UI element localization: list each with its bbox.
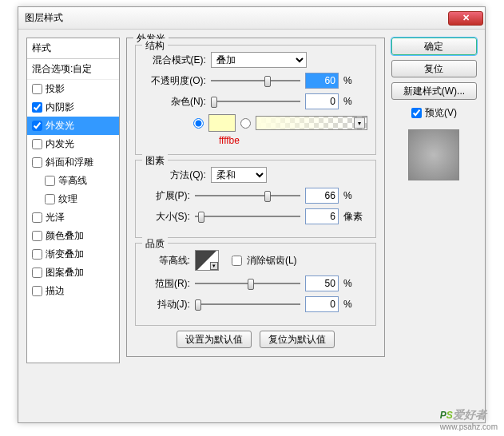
style-item-10[interactable]: 图案叠加 bbox=[27, 264, 119, 282]
opacity-unit: % bbox=[343, 75, 367, 86]
set-default-button[interactable]: 设置为默认值 bbox=[177, 331, 252, 348]
style-item-0[interactable]: 投影 bbox=[27, 80, 119, 98]
spread-slider[interactable] bbox=[195, 188, 300, 203]
chevron-down-icon[interactable]: ▾ bbox=[354, 117, 365, 129]
jitter-unit: % bbox=[343, 299, 367, 310]
color-swatch[interactable] bbox=[208, 114, 236, 132]
gradient-radio[interactable] bbox=[240, 118, 251, 129]
chevron-down-icon[interactable]: ▾ bbox=[210, 262, 218, 270]
preview-checkbox[interactable] bbox=[411, 108, 422, 118]
range-input[interactable] bbox=[305, 275, 339, 291]
layer-style-dialog: 图层样式 ✕ 样式 混合选项:自定 投影内阴影外发光内发光斜面和浮雕等高线纹理光… bbox=[18, 6, 486, 423]
size-slider[interactable] bbox=[195, 209, 300, 224]
quality-legend: 品质 bbox=[142, 237, 168, 251]
style-checkbox[interactable] bbox=[32, 102, 42, 113]
style-item-8[interactable]: 颜色叠加 bbox=[27, 227, 119, 245]
style-checkbox[interactable] bbox=[32, 139, 42, 149]
watermark: PS爱好者 www.psahz.com bbox=[440, 406, 498, 431]
range-unit: % bbox=[343, 278, 367, 289]
antialias-label: 消除锯齿(L) bbox=[247, 254, 297, 268]
blend-mode-label: 混合模式(E): bbox=[144, 54, 206, 67]
style-checkbox[interactable] bbox=[45, 194, 55, 204]
style-label: 内发光 bbox=[46, 137, 74, 151]
blend-mode-select[interactable]: 叠加 bbox=[211, 52, 307, 68]
style-checkbox[interactable] bbox=[45, 176, 55, 186]
elements-legend: 图素 bbox=[142, 154, 168, 168]
effect-settings: 外发光 结构 混合模式(E): 叠加 不透明度(O): % bbox=[126, 38, 385, 363]
noise-unit: % bbox=[343, 96, 367, 107]
styles-header[interactable]: 样式 bbox=[27, 38, 119, 59]
spread-input[interactable] bbox=[305, 188, 339, 204]
color-hex-label: ffffbe bbox=[219, 135, 367, 146]
style-item-4[interactable]: 斜面和浮雕 bbox=[27, 153, 119, 172]
window-title: 图层样式 bbox=[25, 11, 448, 25]
style-checkbox[interactable] bbox=[32, 268, 42, 278]
style-item-9[interactable]: 渐变叠加 bbox=[27, 245, 119, 264]
new-style-button[interactable]: 新建样式(W)... bbox=[391, 82, 477, 100]
style-checkbox[interactable] bbox=[32, 121, 42, 131]
spread-label: 扩展(P): bbox=[144, 189, 190, 203]
preview-row[interactable]: 预览(V) bbox=[391, 106, 477, 120]
preview-thumbnail bbox=[408, 129, 459, 180]
spread-unit: % bbox=[343, 190, 367, 201]
style-label: 投影 bbox=[46, 82, 65, 96]
elements-group: 图素 方法(Q): 柔和 扩展(P): % 大小(S): bbox=[135, 160, 376, 238]
cancel-button[interactable]: 复位 bbox=[391, 60, 477, 77]
noise-label: 杂色(N): bbox=[144, 95, 206, 109]
jitter-slider[interactable] bbox=[195, 297, 300, 311]
style-item-7[interactable]: 光泽 bbox=[27, 208, 119, 227]
ok-button[interactable]: 确定 bbox=[391, 38, 477, 55]
gradient-swatch[interactable]: ▾ bbox=[256, 116, 367, 130]
size-input[interactable] bbox=[305, 208, 339, 224]
jitter-input[interactable] bbox=[305, 296, 339, 312]
technique-select[interactable]: 柔和 bbox=[211, 167, 267, 183]
style-item-5[interactable]: 等高线 bbox=[27, 172, 119, 190]
style-item-2[interactable]: 外发光 bbox=[27, 117, 119, 135]
titlebar: 图层样式 ✕ bbox=[18, 7, 485, 30]
blend-options-row[interactable]: 混合选项:自定 bbox=[27, 59, 119, 80]
style-checkbox[interactable] bbox=[32, 231, 42, 241]
style-checkbox[interactable] bbox=[32, 286, 42, 296]
style-label: 外发光 bbox=[46, 119, 74, 133]
opacity-input[interactable] bbox=[305, 73, 339, 89]
style-label: 纹理 bbox=[58, 192, 77, 206]
noise-slider[interactable] bbox=[211, 94, 300, 109]
style-item-1[interactable]: 内阴影 bbox=[27, 98, 119, 117]
technique-label: 方法(Q): bbox=[144, 168, 206, 182]
structure-group: 结构 混合模式(E): 叠加 不透明度(O): % 杂色(N): bbox=[135, 45, 376, 155]
opacity-slider[interactable] bbox=[211, 73, 300, 88]
quality-group: 品质 等高线: ▾ 消除锯齿(L) 范围(R): % 抖动(J): bbox=[135, 243, 376, 326]
range-label: 范围(R): bbox=[144, 277, 190, 291]
color-radio[interactable] bbox=[193, 118, 204, 129]
style-item-6[interactable]: 纹理 bbox=[27, 190, 119, 208]
style-label: 光泽 bbox=[46, 211, 65, 224]
styles-panel: 样式 混合选项:自定 投影内阴影外发光内发光斜面和浮雕等高线纹理光泽颜色叠加渐变… bbox=[26, 38, 120, 363]
style-checkbox[interactable] bbox=[32, 249, 42, 260]
close-button[interactable]: ✕ bbox=[448, 11, 483, 26]
opacity-label: 不透明度(O): bbox=[144, 74, 206, 88]
dialog-buttons: 确定 复位 新建样式(W)... 预览(V) bbox=[391, 38, 477, 363]
contour-label: 等高线: bbox=[144, 254, 190, 268]
style-label: 图案叠加 bbox=[46, 266, 84, 279]
range-slider[interactable] bbox=[195, 276, 300, 291]
reset-default-button[interactable]: 复位为默认值 bbox=[260, 331, 335, 348]
style-label: 等高线 bbox=[58, 174, 87, 188]
style-label: 描边 bbox=[46, 284, 65, 298]
style-label: 渐变叠加 bbox=[46, 248, 84, 261]
antialias-checkbox[interactable] bbox=[232, 256, 242, 266]
style-label: 内阴影 bbox=[46, 101, 74, 114]
style-item-11[interactable]: 描边 bbox=[27, 282, 119, 300]
style-label: 颜色叠加 bbox=[46, 229, 84, 243]
noise-input[interactable] bbox=[305, 93, 339, 109]
outer-glow-group: 外发光 结构 混合模式(E): 叠加 不透明度(O): % bbox=[126, 38, 385, 357]
jitter-label: 抖动(J): bbox=[144, 298, 190, 311]
size-unit: 像素 bbox=[343, 210, 367, 224]
preview-label: 预览(V) bbox=[425, 106, 457, 120]
style-checkbox[interactable] bbox=[32, 212, 42, 223]
size-label: 大小(S): bbox=[144, 210, 190, 224]
style-checkbox[interactable] bbox=[32, 157, 42, 168]
style-checkbox[interactable] bbox=[32, 84, 42, 94]
contour-swatch[interactable]: ▾ bbox=[195, 250, 219, 271]
structure-legend: 结构 bbox=[142, 39, 168, 53]
style-item-3[interactable]: 内发光 bbox=[27, 135, 119, 153]
